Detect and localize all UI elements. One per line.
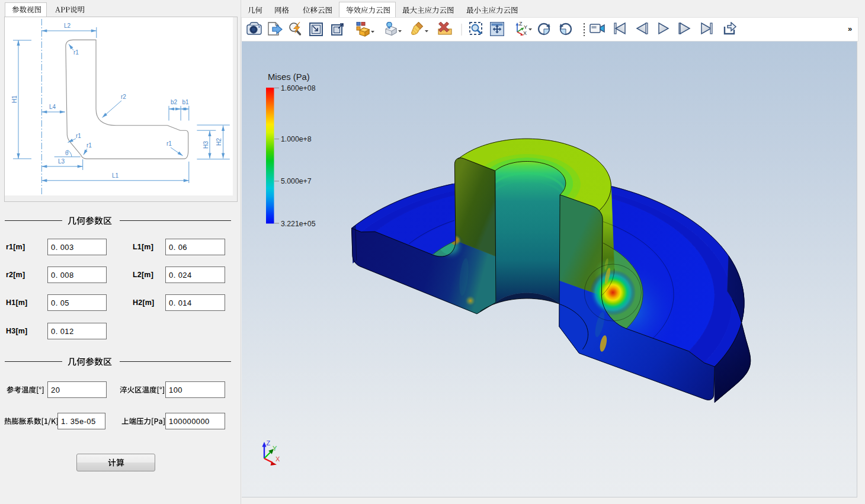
svg-text:b1: b1: [182, 99, 190, 105]
svg-text:Y: Y: [273, 445, 277, 452]
svg-text:1.600e+08: 1.600e+08: [281, 84, 316, 92]
svg-text:b2: b2: [171, 99, 178, 105]
svg-text:H1: H1: [11, 95, 18, 103]
svg-text:1.000e+8: 1.000e+8: [281, 135, 312, 143]
svg-text:L1: L1: [112, 172, 119, 179]
svg-text:H3: H3: [203, 141, 209, 149]
svg-text:r1: r1: [166, 140, 172, 147]
svg-text:r1: r1: [76, 133, 81, 139]
svg-text:Y: Y: [524, 24, 527, 30]
svg-text:L4: L4: [49, 104, 56, 110]
svg-text:H2: H2: [216, 138, 222, 146]
svg-text:r2: r2: [121, 94, 126, 100]
svg-text:3.221e+05: 3.221e+05: [281, 220, 316, 228]
svg-text:X: X: [523, 30, 527, 36]
svg-text:X: X: [275, 455, 280, 463]
svg-text:5.000e+7: 5.000e+7: [281, 177, 312, 185]
svg-text:Z: Z: [519, 22, 523, 27]
svg-text:Mises (Pa): Mises (Pa): [268, 72, 310, 82]
svg-text:L2: L2: [64, 23, 71, 29]
svg-text:r1: r1: [73, 49, 79, 56]
svg-text:L3: L3: [58, 158, 65, 165]
svg-text:r1: r1: [86, 142, 92, 149]
svg-text:Z: Z: [267, 439, 271, 447]
